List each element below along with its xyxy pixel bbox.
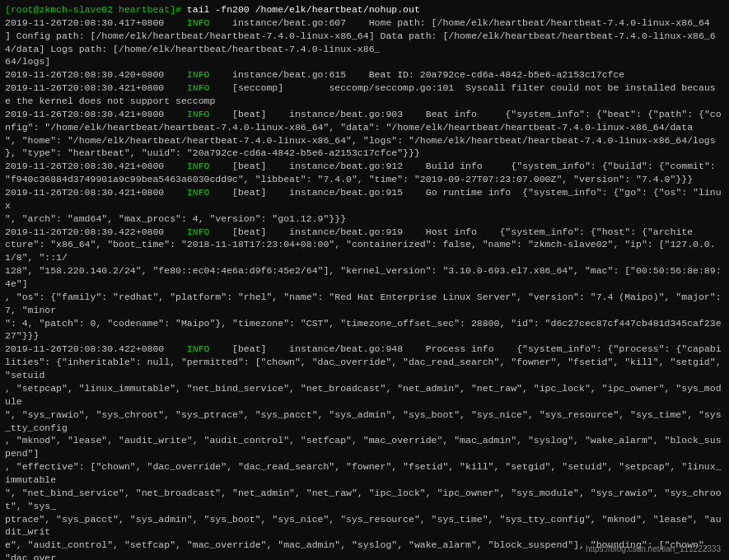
log-line-wrap2: 64/logs] <box>5 55 724 68</box>
log-line-procinfo4: ", "sys_rawio", "sys_chroot", "sys_ptrac… <box>5 408 724 435</box>
log-line-2: 2019-11-26T20:08:30.420+0800 INFO instan… <box>5 68 724 82</box>
log-line-buildinfo2: "f940c36884d3749901a9c99bea5463a6030cdd9… <box>5 173 724 186</box>
watermark: https://blog.csdn.net/tian_111222333 <box>586 544 721 553</box>
log-line-goinfo: 2019-11-26T20:08:30.421+0800 INFO [beat]… <box>5 186 724 212</box>
log-line-procinfo7: ", "net_bind_service", "net_broadcast", … <box>5 487 724 513</box>
prompt: [root@zkmch-slave02 heartbeat]# <box>5 4 181 15</box>
log-line-procinfo6: , "effective": ["chown", "dac_override",… <box>5 460 724 487</box>
log-line-wrap: ] Config path: [/home/elk/heartbeat/hear… <box>5 30 724 56</box>
log-line-hostinfo3: 128", "158.220.140.2/24", "fe80::ec04:4e… <box>5 264 724 291</box>
command-line: [root@zkmch-slave02 heartbeat]# tail -fn… <box>5 3 724 16</box>
log-line-3b: e the kernel does not support seccomp <box>5 95 724 108</box>
log-line-procinfo5: , "mknod", "lease", "audit_write", "audi… <box>5 434 724 460</box>
log-line-procinfo2: lities": {"inheritable": null, "permitte… <box>5 356 724 382</box>
log-line-hostinfo: 2019-11-26T20:08:30.422+0800 INFO [beat]… <box>5 226 724 239</box>
log-line-beatinfo2: ", "home": "/home/elk/heartbeat/heartbea… <box>5 134 724 147</box>
log-line-procinfo8: ptrace", "sys_pacct", "sys_admin", "sys_… <box>5 513 724 539</box>
command-text: tail -fn200 /home/elk/heartbeat/nohup.ou… <box>181 4 420 15</box>
terminal: [root@zkmch-slave02 heartbeat]# tail -fn… <box>0 0 729 560</box>
log-line-goinfo2: ", "arch": "amd64", "max_procs": 4, "ver… <box>5 212 724 226</box>
log-line-procinfo3: , "setpcap", "linux_immutable", "net_bin… <box>5 382 724 408</box>
log-line-hostinfo2: cture": "x86_64", "boot_time": "2018-11-… <box>5 238 724 264</box>
log-line-buildinfo: 2019-11-26T20:08:30.421+0800 INFO [beat]… <box>5 160 724 173</box>
log-line-beatinfo3: }, "type": "heartbeat", "uuid": "20a792c… <box>5 147 724 160</box>
log-line-1: 2019-11-26T20:08:30.417+0800 INFO instan… <box>5 16 724 30</box>
log-line-3: 2019-11-26T20:08:30.421+0800 INFO [secco… <box>5 82 724 95</box>
log-line-beatinfo: 2019-11-26T20:08:30.421+0800 INFO [beat]… <box>5 108 724 134</box>
log-line-hostinfo5: ": 4, "patch": 0, "codename": "Maipo"}, … <box>5 317 724 343</box>
log-line-procinfo: 2019-11-26T20:08:30.422+0800 INFO [beat]… <box>5 343 724 356</box>
log-line-hostinfo4: , "os": {"family": "redhat", "platform":… <box>5 291 724 317</box>
